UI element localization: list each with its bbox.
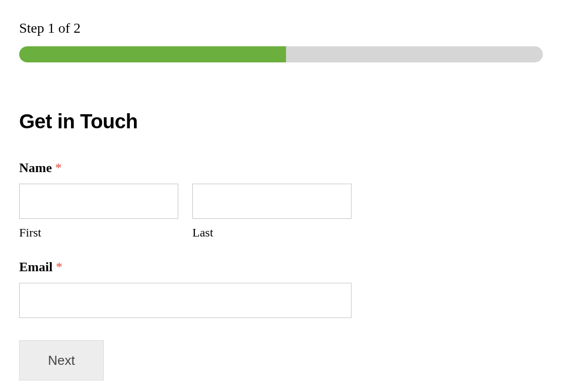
progress-bar-fill: [19, 46, 286, 62]
first-name-input[interactable]: [19, 184, 178, 219]
last-name-subfield: Last: [192, 184, 352, 240]
required-marker: *: [56, 260, 62, 274]
name-fields-row: First Last: [19, 184, 543, 240]
first-name-subfield: First: [19, 184, 178, 240]
progress-bar: [19, 46, 543, 62]
required-marker: *: [55, 161, 61, 175]
email-field-group: Email *: [19, 260, 543, 318]
first-name-sublabel: First: [19, 226, 178, 240]
email-label: Email *: [19, 260, 543, 275]
email-label-text: Email: [19, 260, 52, 274]
last-name-input[interactable]: [192, 184, 352, 219]
name-field-group: Name * First Last: [19, 161, 543, 240]
step-indicator: Step 1 of 2: [19, 20, 543, 36]
name-label: Name *: [19, 161, 543, 176]
form-title: Get in Touch: [19, 110, 543, 133]
next-button[interactable]: Next: [19, 340, 104, 380]
email-input[interactable]: [19, 283, 352, 318]
last-name-sublabel: Last: [192, 226, 352, 240]
name-label-text: Name: [19, 161, 52, 175]
